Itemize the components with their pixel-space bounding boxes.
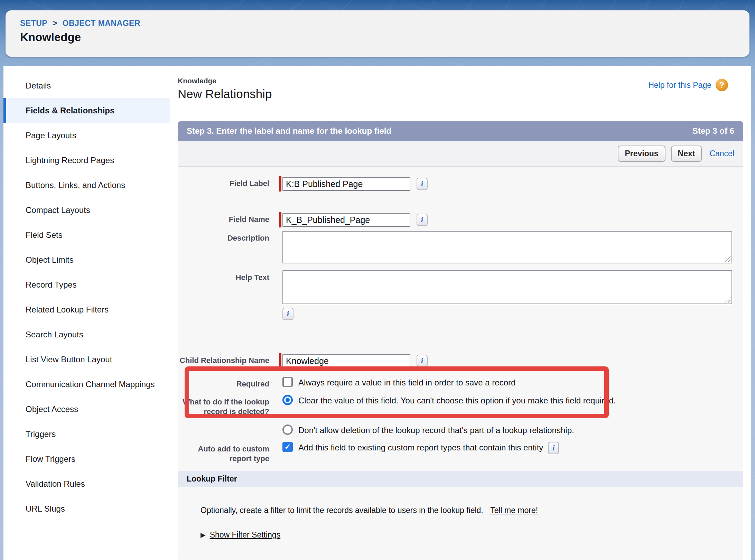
child-relationship-name-label: Child Relationship Name xyxy=(178,353,269,366)
child-relationship-name-input[interactable] xyxy=(282,354,410,368)
lookup-field-form: Field Label i Field Name i xyxy=(178,167,743,471)
radio-unselected-icon[interactable] xyxy=(282,424,293,435)
sidebar-item-compact-layouts[interactable]: Compact Layouts xyxy=(3,198,170,223)
lookup-deleted-row-2: Don't allow deletion of the lookup recor… xyxy=(178,424,743,436)
breadcrumb-separator-icon: > xyxy=(53,19,57,28)
sidebar-item-url-slugs[interactable]: URL Slugs xyxy=(3,496,170,521)
field-label-label: Field Label xyxy=(178,176,269,189)
dont-allow-deletion-option-text: Don't allow deletion of the lookup recor… xyxy=(298,424,574,436)
expand-triangle-icon: ▶ xyxy=(201,531,206,539)
required-label: Required xyxy=(178,377,269,389)
auto-add-info-icon[interactable]: i xyxy=(548,442,559,454)
object-manager-sidebar: Details Fields & Relationships Page Layo… xyxy=(3,66,170,560)
sidebar-item-triggers[interactable]: Triggers xyxy=(3,422,170,447)
show-filter-settings[interactable]: ▶ Show Filter Settings xyxy=(201,530,743,540)
required-bar xyxy=(279,176,281,192)
auto-add-label: Auto add to custom report type xyxy=(178,442,269,464)
auto-add-checkbox[interactable]: ✓ Add this field to existing custom repo… xyxy=(282,442,559,454)
radio-selected-icon[interactable] xyxy=(282,395,293,405)
sidebar-item-list-view-button-layout[interactable]: List View Button Layout xyxy=(3,347,170,372)
help-area: Help for this Page ? xyxy=(648,79,728,91)
help-text-info-icon[interactable]: i xyxy=(282,308,293,320)
sidebar-item-flow-triggers[interactable]: Flow Triggers xyxy=(3,447,170,472)
cancel-link[interactable]: Cancel xyxy=(709,149,734,158)
sidebar-item-field-sets[interactable]: Field Sets xyxy=(3,223,170,248)
tell-me-more-link[interactable]: Tell me more! xyxy=(490,506,538,515)
sidebar-item-buttons-links-actions[interactable]: Buttons, Links, and Actions xyxy=(3,173,170,198)
field-label-info-icon[interactable]: i xyxy=(417,178,428,190)
field-label-input[interactable] xyxy=(282,177,410,191)
sidebar-item-fields-and-relationships[interactable]: Fields & Relationships xyxy=(3,98,170,123)
main-panel: Knowledge New Relationship Help for this… xyxy=(170,66,751,560)
clear-value-option-text: Clear the value of this field. You can't… xyxy=(298,395,616,406)
sidebar-item-validation-rules[interactable]: Validation Rules xyxy=(3,472,170,496)
lookup-filter-section-header: Lookup Filter xyxy=(178,471,743,487)
help-text-row: Help Text i xyxy=(178,270,743,320)
child-relationship-name-row: Child Relationship Name i xyxy=(178,353,743,368)
description-label: Description xyxy=(178,231,269,243)
step-indicator: Step 3 of 6 xyxy=(692,126,734,136)
field-label-row: Field Label i xyxy=(178,176,743,192)
sidebar-item-page-layouts[interactable]: Page Layouts xyxy=(3,123,170,148)
next-button[interactable]: Next xyxy=(671,146,702,162)
field-name-label: Field Name xyxy=(178,212,269,225)
clear-value-radio[interactable]: Clear the value of this field. You can't… xyxy=(282,395,616,406)
checkbox-checked-icon[interactable]: ✓ xyxy=(282,442,293,452)
breadcrumb-object-manager-link[interactable]: OBJECT MANAGER xyxy=(63,19,141,28)
child-relationship-name-info-icon[interactable]: i xyxy=(417,355,428,367)
sidebar-item-search-layouts[interactable]: Search Layouts xyxy=(3,322,170,347)
field-name-info-icon[interactable]: i xyxy=(417,214,428,226)
sidebar-item-object-access[interactable]: Object Access xyxy=(3,397,170,422)
help-question-icon[interactable]: ? xyxy=(716,79,728,91)
sidebar-item-communication-channel-mappings[interactable]: Communication Channel Mappings xyxy=(3,372,170,397)
help-for-this-page-link[interactable]: Help for this Page xyxy=(648,81,711,90)
lookup-deleted-label: What to do if the lookup record is delet… xyxy=(178,395,269,417)
dont-allow-deletion-radio[interactable]: Don't allow deletion of the lookup recor… xyxy=(282,424,574,436)
required-bar xyxy=(279,212,281,227)
sidebar-item-record-types[interactable]: Record Types xyxy=(3,272,170,297)
field-name-row: Field Name i xyxy=(178,212,743,227)
help-text-textarea[interactable] xyxy=(282,270,732,304)
description-textarea[interactable] xyxy=(282,231,732,263)
required-bar xyxy=(279,353,281,368)
field-name-input[interactable] xyxy=(282,213,410,227)
lookup-filter-description: Optionally, create a filter to limit the… xyxy=(201,506,743,515)
description-row: Description xyxy=(178,231,743,263)
checkbox-unchecked-icon[interactable] xyxy=(282,377,293,387)
lookup-deleted-row: What to do if the lookup record is delet… xyxy=(178,395,743,417)
setup-header: SETUP > OBJECT MANAGER Knowledge xyxy=(6,10,749,57)
previous-button[interactable]: Previous xyxy=(618,146,665,162)
top-toolbar: Previous Next Cancel xyxy=(178,141,743,167)
sidebar-item-details[interactable]: Details xyxy=(3,73,170,98)
object-title: Knowledge xyxy=(20,31,749,44)
step-header-bar: Step 3. Enter the label and name for the… xyxy=(178,121,743,141)
sidebar-item-lightning-record-pages[interactable]: Lightning Record Pages xyxy=(3,148,170,173)
breadcrumb-setup-link[interactable]: SETUP xyxy=(20,19,47,28)
sidebar-item-object-limits[interactable]: Object Limits xyxy=(3,248,170,272)
lookup-filter-body: Optionally, create a filter to limit the… xyxy=(178,487,743,560)
step-title: Step 3. Enter the label and name for the… xyxy=(187,126,391,136)
page-head: Knowledge New Relationship Help for this… xyxy=(178,66,743,121)
lookup-filter-description-text: Optionally, create a filter to limit the… xyxy=(201,506,483,515)
required-row: Required Always require a value in this … xyxy=(178,377,743,389)
auto-add-option-text: Add this field to existing custom report… xyxy=(298,442,543,453)
content-area: Details Fields & Relationships Page Layo… xyxy=(3,66,751,560)
auto-add-row: Auto add to custom report type ✓ Add thi… xyxy=(178,442,743,464)
new-relationship-wizard: Step 3. Enter the label and name for the… xyxy=(178,121,743,560)
breadcrumb: SETUP > OBJECT MANAGER xyxy=(20,19,749,28)
sidebar-item-related-lookup-filters[interactable]: Related Lookup Filters xyxy=(3,297,170,322)
help-text-label: Help Text xyxy=(178,270,269,283)
show-filter-settings-link[interactable]: Show Filter Settings xyxy=(210,530,281,540)
required-option-text: Always require a value in this field in … xyxy=(298,377,515,388)
required-checkbox[interactable]: Always require a value in this field in … xyxy=(282,377,515,388)
